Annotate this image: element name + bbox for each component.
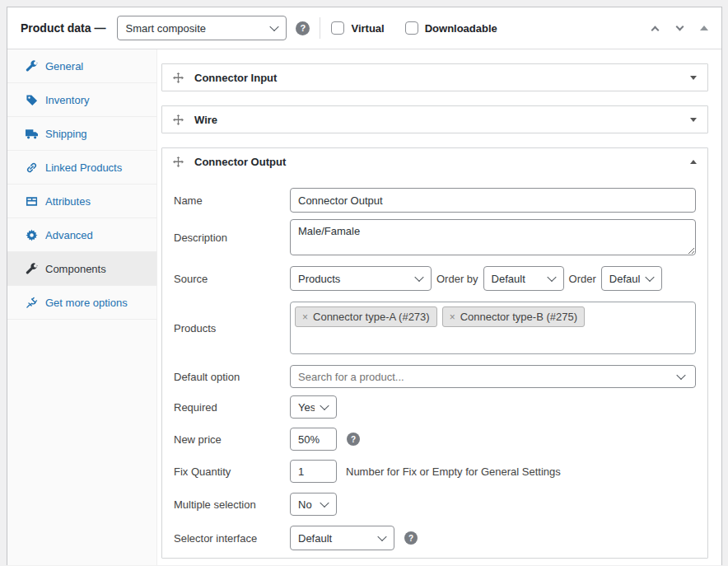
tab-label: Inventory: [45, 94, 89, 106]
tab-label: Shipping: [45, 128, 87, 140]
description-label: Description: [174, 232, 290, 244]
order-label: Order: [569, 273, 596, 285]
product-tag-text: Connector type-A (#273): [313, 311, 430, 323]
tab-general[interactable]: General: [7, 49, 156, 83]
section-title: Connector Output: [194, 156, 286, 168]
tab-get-more-options[interactable]: Get more options: [7, 286, 156, 320]
remove-tag-icon[interactable]: [302, 311, 308, 323]
product-data-header: Product data — Smart composite Virtual D…: [7, 7, 721, 49]
section-header-connector-input[interactable]: Connector Input: [162, 64, 707, 91]
section-title: Wire: [194, 114, 217, 126]
order-select-wrap: Default: [601, 266, 662, 291]
default-option-placeholder: Search for a product...: [298, 371, 404, 383]
toggle-panel-icon[interactable]: [700, 26, 708, 30]
product-tag: Connector type-A (#273): [295, 306, 437, 327]
required-select-wrap: Yes: [290, 395, 337, 419]
tab-advanced[interactable]: Advanced: [7, 218, 156, 252]
multiple-selection-select[interactable]: No: [290, 493, 337, 516]
section-connector-input: Connector Input: [161, 63, 708, 91]
card-icon: [26, 195, 38, 208]
plug-icon: [26, 297, 38, 309]
name-input[interactable]: [290, 188, 696, 213]
virtual-checkbox-label[interactable]: Virtual: [331, 21, 384, 35]
chevron-down-icon[interactable]: [690, 118, 697, 122]
tab-label: General: [45, 60, 83, 73]
source-select[interactable]: Products: [290, 266, 432, 291]
help-icon[interactable]: [296, 21, 310, 35]
selector-interface-select-wrap: Default: [290, 526, 394, 550]
tab-label: Attributes: [45, 195, 91, 208]
source-select-wrap: Products: [290, 266, 432, 291]
selector-interface-label: Selector interface: [174, 532, 290, 545]
chevron-up-icon[interactable]: [690, 160, 697, 164]
help-icon[interactable]: [347, 433, 360, 446]
fix-quantity-hint: Number for Fix or Empty for General Sett…: [346, 465, 561, 478]
required-select[interactable]: Yes: [290, 395, 337, 419]
tab-label: Advanced: [45, 229, 93, 241]
product-type-select-wrap: Smart composite: [117, 16, 287, 40]
move-up-icon[interactable]: [651, 24, 660, 32]
multiple-selection-label: Multiple selection: [174, 498, 290, 511]
header-divider: [320, 17, 320, 39]
move-down-icon[interactable]: [675, 24, 685, 32]
connector-output-form: Name Description Male/Famale Source Prod…: [162, 175, 707, 558]
default-option-select[interactable]: Search for a product...: [290, 365, 696, 388]
virtual-label-text: Virtual: [351, 22, 384, 35]
move-icon[interactable]: [173, 157, 184, 167]
fix-quantity-label: Fix Quantity: [174, 465, 290, 478]
tab-label: Linked Products: [45, 161, 122, 174]
tab-attributes[interactable]: Attributes: [7, 185, 156, 218]
product-data-tabs: General Inventory Shipping Linked Produc…: [7, 49, 157, 565]
product-type-select[interactable]: Smart composite: [117, 16, 287, 40]
section-header-connector-output[interactable]: Connector Output: [162, 148, 707, 175]
move-icon[interactable]: [173, 73, 184, 83]
help-icon[interactable]: [404, 531, 418, 545]
order-by-select[interactable]: Default: [483, 266, 564, 291]
section-wire: Wire: [161, 105, 708, 133]
products-multiselect[interactable]: Connector type-A (#273) Connector type-B…: [290, 302, 696, 354]
gear-icon: [26, 229, 38, 241]
order-by-select-wrap: Default: [483, 266, 564, 291]
description-textarea[interactable]: Male/Famale: [290, 219, 696, 255]
components-panel: Connector Input Wire: [157, 49, 721, 565]
product-tag-text: Connector type-B (#275): [460, 311, 577, 323]
product-data-metabox: Product data — Smart composite Virtual D…: [7, 7, 722, 565]
section-title: Connector Input: [194, 72, 277, 84]
default-option-label: Default option: [174, 371, 290, 383]
remove-tag-icon[interactable]: [450, 311, 455, 323]
virtual-checkbox[interactable]: [331, 21, 344, 35]
chevron-down-icon[interactable]: [690, 76, 697, 80]
multiple-selection-select-wrap: No: [290, 493, 337, 516]
downloadable-checkbox[interactable]: [405, 21, 418, 35]
move-icon[interactable]: [173, 115, 184, 125]
page-title: Product data —: [21, 21, 105, 35]
tab-label: Get more options: [45, 297, 128, 309]
tab-inventory[interactable]: Inventory: [7, 83, 156, 117]
tab-components[interactable]: Components: [7, 252, 156, 286]
metabox-handle-actions: [651, 24, 708, 32]
wrench-icon: [26, 263, 38, 275]
section-connector-output: Connector Output Name Description Male/F…: [161, 147, 708, 559]
fix-quantity-input[interactable]: [290, 460, 337, 483]
tab-linked-products[interactable]: Linked Products: [7, 151, 156, 185]
products-label: Products: [174, 322, 290, 334]
tab-shipping[interactable]: Shipping: [7, 117, 156, 151]
tag-icon: [26, 94, 38, 106]
selector-interface-select[interactable]: Default: [290, 526, 394, 550]
new-price-label: New price: [174, 433, 290, 446]
tab-label: Components: [45, 263, 106, 275]
product-tag: Connector type-B (#275): [442, 306, 585, 327]
truck-icon: [26, 128, 38, 140]
required-label: Required: [174, 401, 290, 414]
link-icon: [26, 161, 38, 174]
section-header-wire[interactable]: Wire: [162, 106, 707, 133]
downloadable-label-text: Downloadable: [425, 22, 497, 35]
name-label: Name: [174, 194, 290, 207]
downloadable-checkbox-label[interactable]: Downloadable: [405, 21, 497, 35]
order-select[interactable]: Default: [601, 266, 662, 291]
new-price-input[interactable]: [290, 428, 337, 451]
source-label: Source: [174, 273, 290, 285]
order-by-label: Order by: [436, 273, 478, 285]
wrench-icon: [26, 60, 38, 73]
